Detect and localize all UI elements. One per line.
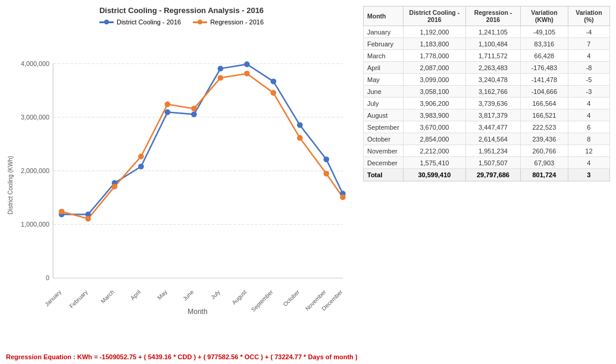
svg-text:June: June: [182, 288, 195, 302]
y-axis-label: District Cooling (KWh): [6, 29, 14, 341]
cell-var-pct: 7: [568, 38, 609, 50]
cell-var-pct: 12: [568, 145, 609, 157]
cell-var-kwh: 260,766: [520, 145, 568, 157]
col-header-var-kwh: Variation (KWh): [520, 7, 568, 26]
cell-month: March: [364, 50, 404, 62]
legend-line-blue: [99, 21, 114, 23]
cell-dc: 1,192,000: [403, 26, 465, 38]
col-header-dc: District Cooling - 2016: [403, 7, 465, 26]
cell-var-kwh: -176,483: [520, 62, 568, 74]
cell-reg: 1,100,484: [466, 38, 521, 50]
svg-text:April: April: [129, 288, 142, 301]
col-header-month: Month: [364, 7, 404, 26]
cell-month: November: [364, 145, 404, 157]
svg-text:August: August: [230, 288, 248, 306]
cell-var-pct: 4: [568, 157, 609, 169]
cell-dc: 3,099,000: [403, 74, 465, 86]
cell-dc: 2,854,000: [403, 133, 465, 145]
cell-reg: 2,614,564: [466, 133, 521, 145]
total-var-kwh: 801,724: [520, 169, 568, 181]
table-row: November 2,212,000 1,951,234 260,766 12: [364, 145, 610, 157]
data-table-section: Month District Cooling - 2016 Regression…: [357, 6, 610, 341]
cell-dc: 3,906,200: [403, 98, 465, 109]
reg-dot-apr: [138, 153, 144, 159]
regression-equation: Regression Equation : KWh = -1509052.75 …: [0, 347, 616, 365]
cell-dc: 3,058,100: [403, 86, 465, 98]
svg-text:4,000,000: 4,000,000: [21, 60, 49, 67]
svg-text:January: January: [43, 288, 62, 307]
svg-text:1,000,000: 1,000,000: [21, 221, 49, 228]
legend-label-dc: District Cooling - 2016: [117, 18, 181, 26]
cell-month: June: [364, 86, 404, 98]
cell-var-kwh: 66,428: [520, 50, 568, 62]
table-row: January 1,192,000 1,241,105 -49,105 -4: [364, 26, 610, 38]
dc-dot-may: [165, 109, 171, 115]
cell-var-pct: 4: [568, 109, 609, 121]
chart-legend: District Cooling - 2016 Regression - 201…: [6, 18, 357, 26]
cell-month: October: [364, 133, 404, 145]
svg-text:3,000,000: 3,000,000: [21, 114, 49, 121]
svg-text:0: 0: [46, 274, 49, 281]
cell-dc: 1,778,000: [403, 50, 465, 62]
cell-month: January: [364, 26, 404, 38]
cell-month: July: [364, 98, 404, 109]
svg-text:March: March: [99, 288, 115, 305]
table-row: July 3,906,200 3,739,636 166,564 4: [364, 98, 610, 109]
svg-text:October: October: [282, 288, 301, 308]
total-reg: 29,797,686: [466, 169, 521, 181]
total-dc: 30,599,410: [403, 169, 465, 181]
reg-dot-nov: [324, 171, 330, 177]
table-row: April 2,087,000 2,263,483 -176,483 -8: [364, 62, 610, 74]
cell-reg: 1,951,234: [466, 145, 521, 157]
total-var-pct: 3: [568, 169, 609, 181]
cell-dc: 1,575,410: [403, 157, 465, 169]
table-row: December 1,575,410 1,507,507 67,903 4: [364, 157, 610, 169]
table-row: March 1,778,000 1,711,572 66,428 4: [364, 50, 610, 62]
table-row: October 2,854,000 2,614,564 239,436 8: [364, 133, 610, 145]
table-row: June 3,058,100 3,162,766 -104,666 -3: [364, 86, 610, 98]
reg-dot-dec: [340, 194, 346, 200]
cell-var-kwh: -141,478: [520, 74, 568, 86]
svg-text:May: May: [156, 288, 168, 301]
cell-month: August: [364, 109, 404, 121]
legend-item-dc: District Cooling - 2016: [99, 18, 181, 26]
svg-text:February: February: [68, 288, 89, 309]
cell-var-kwh: 239,436: [520, 133, 568, 145]
reg-dot-oct: [297, 135, 303, 141]
cell-month: February: [364, 38, 404, 50]
cell-reg: 3,447,477: [466, 121, 521, 133]
cell-reg: 3,739,636: [466, 98, 521, 109]
cell-dc: 1,183,800: [403, 38, 465, 50]
cell-month: December: [364, 157, 404, 169]
legend-dot-blue: [104, 20, 109, 24]
table-row: May 3,099,000 3,240,478 -141,478 -5: [364, 74, 610, 86]
legend-dot-orange: [198, 20, 202, 24]
reg-dot-aug: [244, 71, 250, 77]
cell-month: April: [364, 62, 404, 74]
cell-reg: 1,241,105: [466, 26, 521, 38]
reg-dot-may: [165, 102, 171, 108]
data-table: Month District Cooling - 2016 Regression…: [363, 6, 610, 181]
cell-month: May: [364, 74, 404, 86]
table-row: February 1,183,800 1,100,484 83,316 7: [364, 38, 610, 50]
cell-reg: 3,162,766: [466, 86, 521, 98]
cell-var-kwh: 67,903: [520, 157, 568, 169]
total-row: Total 30,599,410 29,797,686 801,724 3: [364, 169, 610, 181]
dc-dot-jul: [218, 66, 224, 72]
cell-dc: 3,670,000: [403, 121, 465, 133]
dc-dot-apr: [138, 164, 144, 170]
reg-dot-jul: [218, 75, 224, 81]
reg-dot-jan: [59, 209, 65, 215]
legend-label-reg: Regression - 2016: [210, 18, 264, 26]
cell-dc: 2,212,000: [403, 145, 465, 157]
cell-reg: 2,263,483: [466, 62, 521, 74]
cell-var-pct: -4: [568, 26, 609, 38]
svg-text:July: July: [209, 288, 221, 300]
dc-dot-oct: [297, 122, 303, 128]
dc-dot-sep: [271, 79, 277, 84]
table-row: September 3,670,000 3,447,477 222,523 6: [364, 121, 610, 133]
col-header-var-pct: Variation (%): [568, 7, 609, 26]
legend-line-orange: [193, 21, 207, 23]
reg-dot-mar: [112, 184, 118, 190]
cell-var-pct: -8: [568, 62, 609, 74]
